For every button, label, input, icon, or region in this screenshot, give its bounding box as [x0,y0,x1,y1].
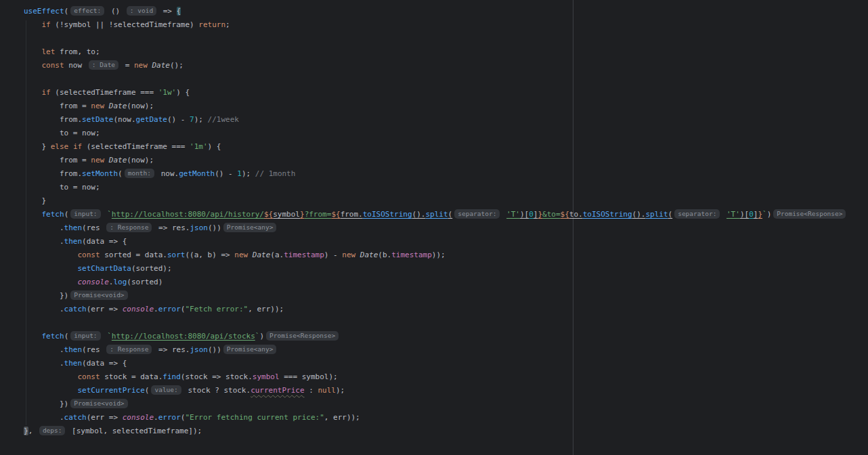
code-token [104,156,109,165]
code-token: then [64,237,83,246]
inlay-hint: Promise<Response> [773,209,846,219]
code-token: error [158,305,181,313]
code-token: split [645,210,668,219]
code-token: (a. [270,251,284,259]
code-line[interactable]: })Promise<void> [0,289,868,303]
code-lines[interactable]: useEffect(effect: () : void => { if (!sy… [0,0,868,438]
code-token: setCurrentPrice [77,386,144,395]
code-token: }) [24,399,68,408]
code-token: => [158,7,177,16]
inlay-hint: Promise<void> [70,399,127,408]
code-token: ( [64,7,69,16]
code-line[interactable]: .catch(err => console.error("Fetch error… [0,303,868,316]
code-token: symbol [253,372,280,381]
inlay-hint: month: [125,169,154,178]
code-token: (data => { [82,359,127,368]
code-line[interactable]: to = now; [0,127,868,140]
code-token: from. [24,169,82,178]
code-token: )[ [520,210,529,219]
code-token: http://localhost:8080/api/history/ [112,210,264,219]
code-token: 'T' [726,210,740,219]
code-token: 1 [237,169,242,178]
inlay-hint: input: [70,331,100,341]
code-line[interactable] [0,32,868,45]
code-line[interactable]: from = new Date(now); [0,154,868,167]
code-line[interactable]: fetch(input: `http://localhost:8080/api/… [0,208,868,221]
code-token: fetch [42,332,64,341]
code-line[interactable] [0,316,868,330]
code-token: catch [64,413,87,422]
code-token [24,278,77,286]
code-line[interactable]: const now : Date = new Date(); [0,59,868,72]
code-token: timestamp [284,251,324,259]
code-token: (). [412,210,426,219]
code-line[interactable]: .catch(err => console.error("Error fetch… [0,411,868,425]
code-line[interactable]: .then(res : Response => res.json())Promi… [0,343,868,357]
code-token: from. [24,115,82,124]
code-token: toISOString [583,210,632,219]
code-line[interactable]: .then(data => { [0,357,868,370]
code-token: (data => { [82,237,127,246]
code-token: => res. [154,223,190,232]
code-token: setDate [82,115,113,124]
code-line[interactable]: .then(data => { [0,235,868,248]
code-line[interactable]: from.setDate(now.getDate() - 7); //1week [0,113,868,127]
code-token [24,251,77,259]
code-line[interactable]: fetch(input: `http://localhost:8080/api/… [0,330,868,343]
code-token: error [158,413,181,422]
code-line[interactable]: let from, to; [0,45,868,59]
code-token: ${ [331,210,340,219]
code-token: null [318,386,336,395]
code-line[interactable]: })Promise<void> [0,397,868,411]
code-line[interactable]: }, deps: [symbol, selectedTimeframe]); [0,425,868,438]
code-token: timestamp [391,251,432,259]
code-token: ( [448,210,453,219]
code-token: ?from= [305,210,332,219]
code-line[interactable]: .then(res : Response => res.json())Promi… [0,221,868,235]
code-token [24,372,77,381]
code-token: = [121,61,134,70]
code-token: } [24,196,46,205]
inlay-hint: effect: [70,6,104,16]
code-line[interactable]: console.log(sorted) [0,276,868,289]
code-token: '1w' [158,88,177,97]
code-token: setChartData [77,264,131,273]
code-token: () - [215,169,237,178]
code-token: ( [64,210,69,219]
code-line[interactable]: setCurrentPrice(value: stock ? stock.cur… [0,384,868,397]
code-line[interactable]: from = new Date(now); [0,100,868,113]
code-token: (!symbol || !selectedTimeframe) [51,20,199,29]
code-line[interactable]: } [0,194,868,208]
code-token: symbol [273,210,300,219]
code-token: now. [156,169,179,178]
code-token [24,20,42,29]
code-token: const [77,251,100,259]
code-token: // 1month [255,169,296,178]
code-token: (err => [87,413,123,422]
code-token: from. [341,210,363,219]
code-line[interactable]: if (selectedTimeframe === '1w') { [0,86,868,100]
code-token: new [342,251,355,259]
code-token: (stock => stock. [181,372,253,381]
code-line[interactable]: } else if (selectedTimeframe === '1m') { [0,140,868,154]
code-line[interactable]: to = now; [0,181,868,194]
code-token: //1week [208,115,239,124]
code-line[interactable]: const stock = data.find(stock => stock.s… [0,370,868,384]
inlay-hint: deps: [39,426,66,435]
code-token [24,210,42,219]
code-line[interactable]: const sorted = data.sort((a, b) => new D… [0,248,868,262]
code-line[interactable] [0,72,868,86]
code-token: ` [107,210,112,219]
code-line[interactable]: if (!symbol || !selectedTimeframe) retur… [0,18,868,32]
code-line[interactable]: setChartData(sorted); [0,262,868,276]
inlay-hint: : Response [106,223,152,232]
code-token: const [42,61,64,70]
code-token: } [24,142,51,151]
code-token: . [154,413,158,422]
code-line[interactable]: from.setMonth(month: now.getMonth() - 1)… [0,167,868,181]
code-token: new [91,156,104,165]
code-token: => res. [154,345,190,354]
code-line[interactable]: useEffect(effect: () : void => { [0,5,868,18]
code-editor[interactable]: useEffect(effect: () : void => { if (!sy… [0,0,868,455]
code-token: , [28,427,37,435]
